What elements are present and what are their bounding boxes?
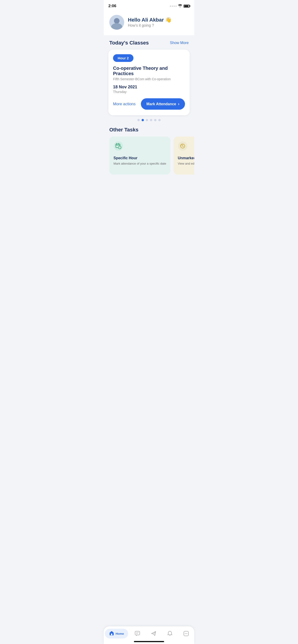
task-cards-row: Specific Hour Mark attendance of your a … xyxy=(104,136,194,174)
avatar xyxy=(109,15,124,30)
card-actions: More actions Mark Attendance › xyxy=(113,98,185,110)
status-icons xyxy=(170,4,190,8)
dot-3 xyxy=(146,119,148,121)
more-actions-button[interactable]: More actions xyxy=(113,102,136,106)
greeting-text: Hello Ali Akbar 👋 How's it going ? xyxy=(128,17,171,28)
mark-attendance-button[interactable]: Mark Attendance › xyxy=(141,98,185,110)
task-card-title-specific-hour: Specific Hour xyxy=(114,156,166,160)
dot-1 xyxy=(137,119,140,121)
header-section: Hello Ali Akbar 👋 How's it going ? xyxy=(104,10,194,35)
greeting-sub: How's it going ? xyxy=(128,24,171,28)
chevron-right-icon: › xyxy=(178,102,179,106)
unmarked-icon xyxy=(178,141,194,153)
svg-point-0 xyxy=(114,142,123,151)
dot-6 xyxy=(158,119,161,121)
class-subtitle: Fifth Semester-BCom with Co-operation xyxy=(113,77,185,81)
dot-2 xyxy=(142,119,144,121)
status-bar: 2:06 xyxy=(104,0,194,10)
task-card-desc-unmarked: View and edit unmarked hours xyxy=(178,162,194,166)
show-more-button[interactable]: Show More xyxy=(170,41,189,45)
signal-icon xyxy=(170,6,177,7)
class-title: Co-operative Theory and Practices xyxy=(113,66,185,76)
battery-icon xyxy=(184,5,190,8)
carousel-dots xyxy=(104,115,194,121)
todays-classes-section: Today's Classes Show More Hour 2 Co-oper… xyxy=(104,35,194,121)
other-tasks-title: Other Tasks xyxy=(104,127,194,136)
class-day: Thursday xyxy=(113,90,185,94)
class-card: Hour 2 Co-operative Theory and Practices… xyxy=(108,50,190,115)
specific-hour-icon xyxy=(114,141,166,153)
todays-classes-title: Today's Classes xyxy=(109,40,149,46)
task-card-specific-hour[interactable]: Specific Hour Mark attendance of your a … xyxy=(109,136,170,174)
dot-4 xyxy=(150,119,152,121)
task-card-title-unmarked: Unmarked xyxy=(178,156,194,160)
dot-5 xyxy=(154,119,156,121)
task-card-desc-specific-hour: Mark attendance of your a specific date xyxy=(114,162,166,166)
hour-badge: Hour 2 xyxy=(113,54,133,62)
class-date: 18 Nov 2021 xyxy=(113,84,185,90)
wifi-icon xyxy=(178,4,182,8)
task-card-unmarked[interactable]: Unmarked View and edit unmarked hours xyxy=(174,136,194,174)
greeting-name: Hello Ali Akbar 👋 xyxy=(128,17,171,23)
section-header: Today's Classes Show More xyxy=(104,40,194,50)
other-tasks-section: Other Tasks Specific Hour Mark attendanc… xyxy=(104,121,194,202)
status-time: 2:06 xyxy=(108,4,116,8)
